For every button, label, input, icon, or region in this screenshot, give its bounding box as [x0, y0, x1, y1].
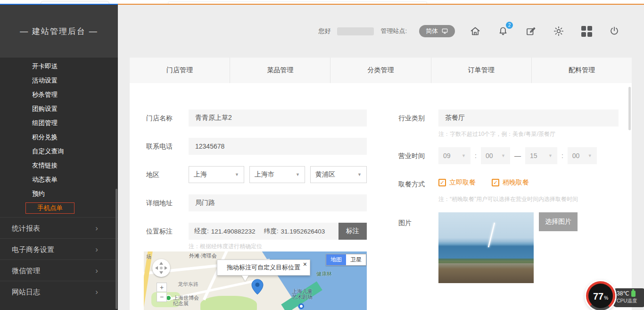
caret-down-icon: ▼ [357, 172, 362, 177]
strip-orange-line [118, 4, 644, 5]
sidebar-title: — 建站管理后台 — [0, 5, 118, 58]
checkbox-checked-icon[interactable]: ✓ [492, 179, 499, 186]
zoom-out-button[interactable]: − [157, 293, 167, 302]
province-select[interactable]: 上海 ▼ [189, 166, 244, 183]
sidebar-section-wechat[interactable]: 微信管理 › [0, 260, 118, 281]
tab-store-management[interactable]: 门店管理 [130, 58, 230, 83]
sidebar-item-team[interactable]: 组团管理 [0, 116, 118, 130]
edit-icon[interactable] [525, 25, 537, 37]
sidebar-item-custom-query[interactable]: 自定义查询 [0, 144, 118, 159]
checkbox-checked-icon[interactable]: ✓ [438, 179, 446, 186]
map-label-partial: 场 [146, 253, 151, 260]
map-label-theater-line2: 艺术剧场 [292, 294, 313, 300]
browser-strip [0, 0, 644, 5]
photo-trees [438, 259, 534, 264]
sidebar-item-mobile-order-active[interactable]: 手机点单 [25, 202, 74, 214]
hours-colon: : [561, 152, 563, 159]
zoom-in-button[interactable]: + [157, 283, 167, 292]
mark-location-button[interactable]: 标注 [339, 223, 367, 240]
map-label-theater-line1: 上海儿童 [292, 288, 313, 294]
sidebar-item-activity[interactable]: 活动设置 [0, 74, 118, 88]
industry-note: 注：字数不超过10个字，例：美食/粤菜/茶餐厅 [438, 130, 555, 138]
map-label-road: 龙华东路 [178, 281, 198, 288]
pickup-option-immediate[interactable]: ✓ 立即取餐 [438, 178, 476, 187]
bell-icon[interactable]: 2 [497, 25, 509, 37]
language-label: 简体 [426, 27, 438, 35]
apps-grid-icon[interactable] [580, 25, 593, 37]
pan-up-icon [159, 262, 163, 265]
section-label: 统计报表 [12, 224, 40, 232]
close-hour-select[interactable]: 15 ▼ [525, 147, 557, 164]
close-minute-select[interactable]: 00 ▼ [568, 147, 597, 164]
sidebar-section-stats[interactable]: 统计报表 › [0, 217, 118, 238]
tooltip-close-icon[interactable]: × [303, 260, 307, 268]
pan-right-icon [165, 266, 167, 270]
address-label: 详细地址 [146, 199, 173, 208]
tab-ingredient-management[interactable]: 配料管理 [532, 58, 632, 83]
greeting-text: 您好 [318, 27, 330, 35]
location-map[interactable]: 场 外滩·湾璟会 龙华东路 上海世博会 纪念展 上海儿童 艺术剧场 健康林 [144, 251, 367, 310]
store-name-input[interactable] [189, 109, 367, 126]
map-pan-control[interactable] [152, 259, 170, 277]
cpu-usage-gauge[interactable]: 77 % [586, 281, 615, 310]
close-hour-value: 15 [530, 152, 537, 159]
hours-colon: : [475, 152, 477, 159]
address-input[interactable] [189, 194, 367, 211]
pickup-note: 注：“稍晚取餐”用户可以选择在营业时间内选择取餐时间 [438, 195, 578, 203]
district-select[interactable]: 黄浦区 ▼ [310, 166, 367, 183]
satellite-view-button[interactable]: 卫星 [346, 254, 366, 265]
pickup-option-later[interactable]: ✓ 稍晚取餐 [492, 178, 529, 187]
tab-category-management[interactable]: 分类管理 [330, 58, 431, 83]
map-tooltip-tail [242, 276, 248, 281]
gear-icon[interactable] [553, 25, 565, 37]
monitor-icon [441, 28, 448, 34]
map-park [200, 296, 257, 310]
tab-order-management[interactable]: 订单管理 [431, 58, 532, 83]
sidebar-scrollbar[interactable] [116, 189, 117, 309]
tab-dish-management[interactable]: 菜品管理 [230, 58, 330, 83]
map-metro-icon [298, 303, 304, 309]
choose-image-button[interactable]: 选择图片 [539, 212, 578, 231]
pickup-method-label: 取餐方式 [398, 180, 425, 189]
map-view-button[interactable]: 地图 [326, 254, 346, 265]
content-scrollbar[interactable] [628, 87, 631, 130]
gauge-percent-sign: % [604, 295, 608, 301]
map-label-bund: 外滩·湾璟会 [189, 252, 217, 260]
sidebar-item-booking[interactable]: 预约 [0, 187, 118, 201]
sidebar-item-group-buy[interactable]: 团购设置 [0, 102, 118, 116]
username-redacted [337, 27, 374, 35]
notification-badge: 2 [506, 22, 513, 29]
open-minute-value: 00 [486, 152, 493, 159]
sidebar-menu: 开卡即送 活动设置 秒杀管理 团购设置 组团管理 积分兑换 自定义查询 友情链接… [0, 59, 118, 215]
sidebar-item-links[interactable]: 友情链接 [0, 159, 118, 173]
longitude-label: 经度: [194, 227, 209, 235]
screen: — 建站管理后台 — 开卡即送 活动设置 秒杀管理 团购设置 组团管理 积分兑换… [0, 0, 644, 310]
map-label-expo-line1: 上海世博会 [173, 295, 199, 301]
map-pin-icon[interactable] [251, 279, 264, 295]
business-hours-label: 营业时间 [398, 152, 425, 160]
open-minute-select[interactable]: 00 ▼ [481, 147, 510, 164]
caret-down-icon: ▼ [296, 172, 300, 177]
industry-input[interactable] [438, 109, 619, 126]
business-hours-row: 09 ▼ : 00 ▼ — 15 ▼ : 00 ▼ [438, 147, 597, 164]
latitude-label: 纬度: [264, 227, 279, 235]
phone-input[interactable] [189, 138, 367, 155]
coordinates-field[interactable]: 经度: 121.490882232 纬度: 31.1952626403 [189, 223, 339, 240]
sidebar-item-card-gift[interactable]: 开卡即送 [0, 59, 118, 74]
city-select[interactable]: 上海市 ▼ [249, 166, 305, 183]
sidebar-section-logs[interactable]: 网站日志 › [0, 281, 118, 302]
language-pill-button[interactable]: 简体 [419, 25, 455, 37]
caret-down-icon: ▼ [501, 153, 505, 158]
province-value: 上海 [194, 170, 207, 179]
home-icon[interactable] [469, 25, 481, 37]
sidebar-section-ecommerce[interactable]: 电子商务设置 › [0, 238, 118, 260]
battery-status-icon [631, 291, 636, 297]
pickup-options: ✓ 立即取餐 ✓ 稍晚取餐 [438, 178, 529, 187]
section-label: 微信管理 [12, 267, 40, 275]
sidebar-item-dynamic-form[interactable]: 动态表单 [0, 173, 118, 187]
latitude-value: 31.1952626403 [281, 228, 325, 235]
power-icon[interactable] [608, 25, 620, 37]
sidebar-item-flash-sale[interactable]: 秒杀管理 [0, 88, 118, 102]
open-hour-select[interactable]: 09 ▼ [438, 147, 471, 164]
sidebar-item-points[interactable]: 积分兑换 [0, 130, 118, 144]
